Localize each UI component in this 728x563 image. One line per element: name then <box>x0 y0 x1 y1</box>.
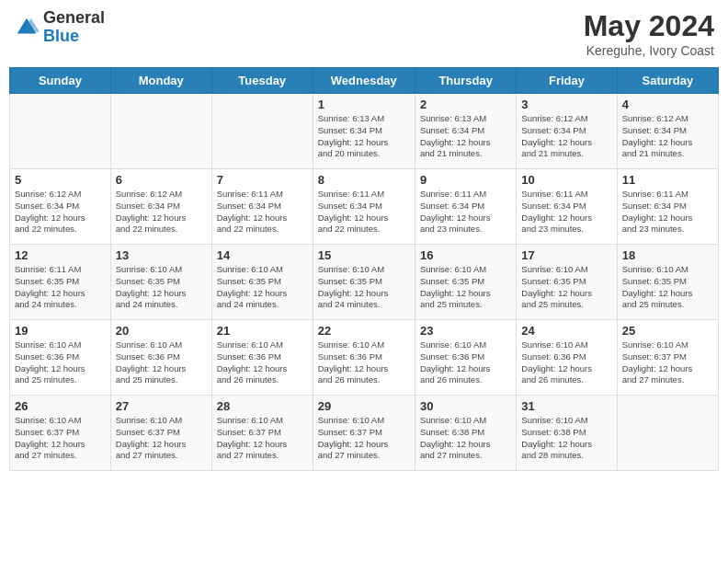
day-info: Sunrise: 6:10 AM Sunset: 6:37 PM Dayligh… <box>217 415 308 462</box>
day-number: 21 <box>217 324 308 338</box>
calendar-cell: 18Sunrise: 6:10 AM Sunset: 6:35 PM Dayli… <box>617 245 718 320</box>
day-info: Sunrise: 6:10 AM Sunset: 6:36 PM Dayligh… <box>116 339 207 386</box>
calendar-cell <box>110 94 211 169</box>
day-number: 28 <box>217 399 308 413</box>
logo: General Blue <box>14 9 105 46</box>
day-number: 19 <box>15 324 106 338</box>
day-info: Sunrise: 6:12 AM Sunset: 6:34 PM Dayligh… <box>521 113 611 160</box>
calendar-cell: 31Sunrise: 6:10 AM Sunset: 6:38 PM Dayli… <box>517 396 617 471</box>
calendar-week-row: 5Sunrise: 6:12 AM Sunset: 6:34 PM Daylig… <box>10 169 719 245</box>
day-number: 23 <box>420 324 511 338</box>
calendar-table: SundayMondayTuesdayWednesdayThursdayFrid… <box>9 67 719 471</box>
calendar-cell: 2Sunrise: 6:13 AM Sunset: 6:34 PM Daylig… <box>415 94 516 169</box>
day-info: Sunrise: 6:13 AM Sunset: 6:34 PM Dayligh… <box>318 113 410 160</box>
day-info: Sunrise: 6:11 AM Sunset: 6:34 PM Dayligh… <box>318 189 410 236</box>
day-info: Sunrise: 6:10 AM Sunset: 6:35 PM Dayligh… <box>521 264 611 311</box>
day-number: 2 <box>420 98 511 111</box>
location: Kereguhe, Ivory Coast <box>584 43 714 58</box>
day-number: 25 <box>622 324 713 338</box>
calendar-cell: 11Sunrise: 6:11 AM Sunset: 6:34 PM Dayli… <box>617 169 718 245</box>
title-block: May 2024 Kereguhe, Ivory Coast <box>584 9 714 58</box>
calendar-cell: 4Sunrise: 6:12 AM Sunset: 6:34 PM Daylig… <box>617 94 718 169</box>
calendar-cell: 21Sunrise: 6:10 AM Sunset: 6:36 PM Dayli… <box>211 320 313 396</box>
day-number: 4 <box>622 98 713 111</box>
calendar-week-row: 1Sunrise: 6:13 AM Sunset: 6:34 PM Daylig… <box>10 94 719 169</box>
calendar-cell: 15Sunrise: 6:10 AM Sunset: 6:35 PM Dayli… <box>313 245 415 320</box>
logo-text: General Blue <box>43 9 105 46</box>
calendar-cell <box>211 94 313 169</box>
calendar-cell <box>617 396 718 471</box>
calendar-cell: 30Sunrise: 6:10 AM Sunset: 6:38 PM Dayli… <box>415 396 516 471</box>
calendar-cell: 14Sunrise: 6:10 AM Sunset: 6:35 PM Dayli… <box>211 245 313 320</box>
day-number: 14 <box>217 248 308 262</box>
day-info: Sunrise: 6:11 AM Sunset: 6:35 PM Dayligh… <box>15 264 106 311</box>
calendar-cell: 9Sunrise: 6:11 AM Sunset: 6:34 PM Daylig… <box>415 169 516 245</box>
day-info: Sunrise: 6:11 AM Sunset: 6:34 PM Dayligh… <box>622 189 713 236</box>
day-info: Sunrise: 6:10 AM Sunset: 6:36 PM Dayligh… <box>217 339 308 386</box>
column-header-wednesday: Wednesday <box>313 68 415 94</box>
day-number: 15 <box>318 248 410 262</box>
day-info: Sunrise: 6:10 AM Sunset: 6:35 PM Dayligh… <box>420 264 511 311</box>
day-info: Sunrise: 6:10 AM Sunset: 6:38 PM Dayligh… <box>521 415 611 462</box>
day-info: Sunrise: 6:10 AM Sunset: 6:37 PM Dayligh… <box>116 415 207 462</box>
day-info: Sunrise: 6:11 AM Sunset: 6:34 PM Dayligh… <box>521 189 611 236</box>
column-header-friday: Friday <box>517 68 617 94</box>
day-number: 11 <box>622 173 713 187</box>
calendar-header-row: SundayMondayTuesdayWednesdayThursdayFrid… <box>10 68 719 94</box>
logo-general: General <box>43 8 105 27</box>
calendar-week-row: 12Sunrise: 6:11 AM Sunset: 6:35 PM Dayli… <box>10 245 719 320</box>
day-info: Sunrise: 6:13 AM Sunset: 6:34 PM Dayligh… <box>420 113 511 160</box>
calendar-cell: 12Sunrise: 6:11 AM Sunset: 6:35 PM Dayli… <box>10 245 111 320</box>
calendar-cell: 22Sunrise: 6:10 AM Sunset: 6:36 PM Dayli… <box>313 320 415 396</box>
logo-blue: Blue <box>43 27 79 45</box>
day-number: 29 <box>318 399 410 413</box>
day-number: 6 <box>116 173 207 187</box>
calendar-cell: 29Sunrise: 6:10 AM Sunset: 6:37 PM Dayli… <box>313 396 415 471</box>
day-info: Sunrise: 6:10 AM Sunset: 6:35 PM Dayligh… <box>217 264 308 311</box>
day-info: Sunrise: 6:12 AM Sunset: 6:34 PM Dayligh… <box>622 113 713 160</box>
day-number: 3 <box>521 98 611 111</box>
day-number: 27 <box>116 399 207 413</box>
calendar-cell: 7Sunrise: 6:11 AM Sunset: 6:34 PM Daylig… <box>211 169 313 245</box>
day-number: 12 <box>15 248 106 262</box>
calendar-cell: 6Sunrise: 6:12 AM Sunset: 6:34 PM Daylig… <box>110 169 211 245</box>
day-info: Sunrise: 6:10 AM Sunset: 6:37 PM Dayligh… <box>318 415 410 462</box>
day-info: Sunrise: 6:10 AM Sunset: 6:36 PM Dayligh… <box>420 339 511 386</box>
calendar-cell: 17Sunrise: 6:10 AM Sunset: 6:35 PM Dayli… <box>517 245 617 320</box>
calendar-cell: 19Sunrise: 6:10 AM Sunset: 6:36 PM Dayli… <box>10 320 111 396</box>
day-number: 9 <box>420 173 511 187</box>
day-info: Sunrise: 6:10 AM Sunset: 6:37 PM Dayligh… <box>622 339 713 386</box>
day-info: Sunrise: 6:11 AM Sunset: 6:34 PM Dayligh… <box>217 189 308 236</box>
day-number: 5 <box>15 173 106 187</box>
column-header-tuesday: Tuesday <box>211 68 313 94</box>
day-info: Sunrise: 6:11 AM Sunset: 6:34 PM Dayligh… <box>420 189 511 236</box>
calendar-cell: 20Sunrise: 6:10 AM Sunset: 6:36 PM Dayli… <box>110 320 211 396</box>
day-number: 26 <box>15 399 106 413</box>
calendar-cell: 10Sunrise: 6:11 AM Sunset: 6:34 PM Dayli… <box>517 169 617 245</box>
day-info: Sunrise: 6:12 AM Sunset: 6:34 PM Dayligh… <box>15 189 106 236</box>
day-info: Sunrise: 6:10 AM Sunset: 6:35 PM Dayligh… <box>116 264 207 311</box>
calendar-week-row: 26Sunrise: 6:10 AM Sunset: 6:37 PM Dayli… <box>10 396 719 471</box>
day-info: Sunrise: 6:10 AM Sunset: 6:35 PM Dayligh… <box>622 264 713 311</box>
column-header-monday: Monday <box>110 68 211 94</box>
day-info: Sunrise: 6:10 AM Sunset: 6:36 PM Dayligh… <box>318 339 410 386</box>
day-number: 10 <box>521 173 611 187</box>
calendar-cell: 25Sunrise: 6:10 AM Sunset: 6:37 PM Dayli… <box>617 320 718 396</box>
logo-icon <box>14 15 40 40</box>
day-number: 24 <box>521 324 611 338</box>
calendar-cell <box>10 94 111 169</box>
page-header: General Blue May 2024 Kereguhe, Ivory Co… <box>9 9 719 58</box>
day-number: 17 <box>521 248 611 262</box>
column-header-saturday: Saturday <box>617 68 718 94</box>
day-number: 22 <box>318 324 410 338</box>
calendar-cell: 5Sunrise: 6:12 AM Sunset: 6:34 PM Daylig… <box>10 169 111 245</box>
day-number: 18 <box>622 248 713 262</box>
day-info: Sunrise: 6:12 AM Sunset: 6:34 PM Dayligh… <box>116 189 207 236</box>
calendar-cell: 13Sunrise: 6:10 AM Sunset: 6:35 PM Dayli… <box>110 245 211 320</box>
month-title: May 2024 <box>584 9 714 43</box>
day-number: 8 <box>318 173 410 187</box>
column-header-thursday: Thursday <box>415 68 516 94</box>
day-info: Sunrise: 6:10 AM Sunset: 6:36 PM Dayligh… <box>521 339 611 386</box>
day-number: 7 <box>217 173 308 187</box>
calendar-cell: 1Sunrise: 6:13 AM Sunset: 6:34 PM Daylig… <box>313 94 415 169</box>
